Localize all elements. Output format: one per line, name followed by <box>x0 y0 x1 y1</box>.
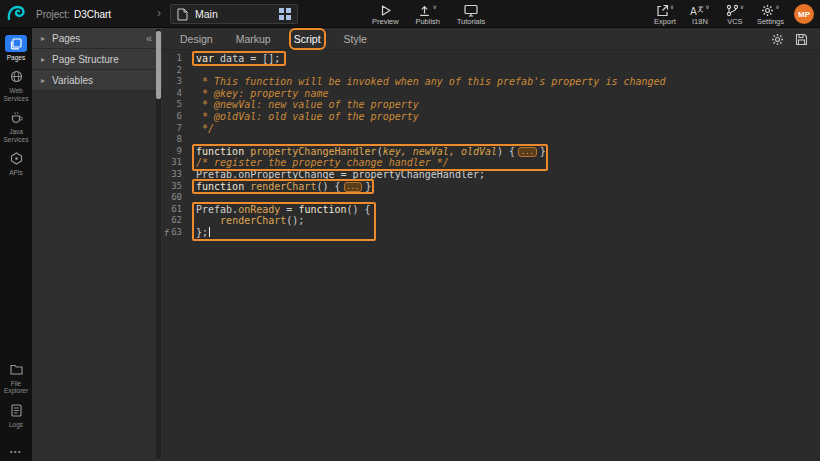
tab-design[interactable]: Design <box>180 33 213 45</box>
panel-item-variables[interactable]: ▸Variables <box>32 70 162 91</box>
line-number: 1 <box>162 53 188 65</box>
code-line[interactable]: 60 <box>162 192 820 204</box>
left-icon-rail: PagesWeb ServicesJava ServicesAPIs File … <box>0 28 32 461</box>
code-line[interactable]: 35function renderChart() {...} <box>162 181 820 193</box>
code-line[interactable]: 2 <box>162 65 820 77</box>
code-line[interactable]: 9function propertyChangeHandler(key, new… <box>162 146 820 158</box>
panel-scrollbar-thumb[interactable] <box>156 31 161 99</box>
gutter-fold-mark[interactable]: f <box>164 228 169 240</box>
code-line-content: renderChart(); <box>196 215 304 227</box>
line-number: 33 <box>162 169 188 181</box>
project-name: D3Chart <box>74 9 111 20</box>
editor-settings-gear-icon[interactable] <box>771 33 784 46</box>
tab-style[interactable]: Style <box>344 33 367 45</box>
chevron-expand-icon[interactable]: ▸ <box>41 34 45 43</box>
tab-script[interactable]: Script <box>294 33 321 45</box>
pages-icon <box>5 35 27 52</box>
line-number: 2 <box>162 65 188 77</box>
wavemaker-logo-icon[interactable] <box>6 4 26 24</box>
rail-item-file-explorer[interactable]: File Explorer <box>0 361 32 395</box>
grid-icon[interactable] <box>279 8 291 20</box>
line-number: 63f <box>162 227 188 239</box>
topbar-action-publish[interactable]: ∨Publish <box>415 3 441 26</box>
chevron-right-icon: › <box>157 6 161 20</box>
rail-item-web-services[interactable]: Web Services <box>0 68 32 102</box>
rail-item-pages[interactable]: Pages <box>0 35 32 61</box>
editor-tab-actions <box>771 28 808 50</box>
logs-icon <box>5 402 27 419</box>
editor-tabbar: DesignMarkupScriptStyle <box>162 28 820 50</box>
topbar-action-vcs[interactable]: ∨VCS <box>722 3 748 26</box>
code-line-content: Prefab.onReady = function() { <box>196 204 371 216</box>
topbar-action-preview[interactable]: Preview <box>372 3 399 26</box>
code-line[interactable]: 7 */ <box>162 123 820 135</box>
code-line[interactable]: 31/* register the property change handle… <box>162 157 820 169</box>
line-number: 4 <box>162 88 188 100</box>
code-line[interactable]: 3 * This function will be invoked when a… <box>162 76 820 88</box>
folded-code-badge[interactable]: ... <box>518 147 537 157</box>
breadcrumb: Project: D3Chart <box>36 0 111 28</box>
chevron-expand-icon[interactable]: ▸ <box>41 55 45 64</box>
rail-item-java-services[interactable]: Java Services <box>0 109 32 143</box>
panel-item-list: ▸Pages▸Page Structure▸Variables <box>32 28 162 91</box>
line-number: 3 <box>162 76 188 88</box>
line-number: 35 <box>162 181 188 193</box>
rail-item-label: Web Services <box>1 87 31 102</box>
topbar-action-label: Settings <box>757 17 784 26</box>
topbar-action-export[interactable]: ∨Export <box>652 3 678 26</box>
svg-text:A: A <box>690 5 697 16</box>
code-line[interactable]: 33Prefab.onPropertyChange = propertyChan… <box>162 169 820 181</box>
chevron-expand-icon[interactable]: ▸ <box>41 76 45 85</box>
line-number: 8 <box>162 134 188 146</box>
rail-item-label: File Explorer <box>1 380 31 395</box>
topbar-action-i18n[interactable]: A∨I18N <box>687 3 713 26</box>
tab-markup[interactable]: Markup <box>236 33 271 45</box>
topbar-action-label: VCS <box>727 17 742 26</box>
code-line-content: var data = []; <box>196 53 280 65</box>
project-label: Project: <box>36 9 70 20</box>
panel-item-pages[interactable]: ▸Pages <box>32 28 162 49</box>
rail-item-logs[interactable]: Logs <box>0 402 32 428</box>
code-line[interactable]: 61Prefab.onReady = function() { <box>162 204 820 216</box>
code-line[interactable]: 63f}; <box>162 227 820 239</box>
code-line-content: * This function will be invoked when any… <box>196 76 666 88</box>
save-icon[interactable] <box>795 33 808 46</box>
api-hexagon-icon <box>5 150 27 167</box>
rail-top-group: PagesWeb ServicesJava ServicesAPIs <box>0 35 32 184</box>
page-selector[interactable]: Main <box>170 4 298 24</box>
code-line[interactable]: 8 <box>162 134 820 146</box>
code-line-content: /* register the property change handler … <box>196 157 449 169</box>
rail-item-label: APIs <box>9 169 23 176</box>
code-line[interactable]: 6 * @oldVal: old value of the property <box>162 111 820 123</box>
topbar-center-actions: Preview∨PublishTutorials <box>372 0 485 28</box>
collapse-panel-button[interactable]: « <box>146 32 152 44</box>
line-number: 7 <box>162 123 188 135</box>
code-editor[interactable]: 1var data = [];23 * This function will b… <box>162 50 820 461</box>
code-line[interactable]: 4 * @key: property name <box>162 88 820 100</box>
topbar-right-actions: ∨ExportA∨I18N∨VCS∨Settings <box>652 0 784 28</box>
java-cup-icon <box>5 109 27 126</box>
more-options-icon[interactable]: ••• <box>0 448 32 455</box>
code-line[interactable]: 5 * @newVal: new value of the property <box>162 99 820 111</box>
panel-item-page-structure[interactable]: ▸Page Structure <box>32 49 162 70</box>
code-line-content: */ <box>196 123 214 135</box>
avatar[interactable]: MP <box>794 4 814 24</box>
folded-code-badge[interactable]: ... <box>344 182 363 192</box>
caret-down-icon: ∨ <box>740 4 744 10</box>
line-number: 60 <box>162 192 188 204</box>
caret-down-icon: ∨ <box>670 4 674 10</box>
page-icon <box>177 8 188 21</box>
text-cursor <box>209 227 210 237</box>
code-line[interactable]: 62 renderChart(); <box>162 215 820 227</box>
panel-item-label: Page Structure <box>52 54 119 65</box>
rail-item-apis[interactable]: APIs <box>0 150 32 176</box>
topbar-action-label: Publish <box>415 17 440 26</box>
topbar-action-settings[interactable]: ∨Settings <box>757 3 784 26</box>
topbar-action-tutorials[interactable]: Tutorials <box>457 3 485 26</box>
caret-down-icon: ∨ <box>432 4 436 10</box>
code-line-content: function renderChart() {...} <box>196 181 371 193</box>
code-line[interactable]: 1var data = []; <box>162 53 820 65</box>
editor-tabs: DesignMarkupScriptStyle <box>180 33 367 45</box>
editor-area: DesignMarkupScriptStyle 1var data = [];2… <box>162 28 820 461</box>
panel-scrollbar[interactable] <box>156 29 161 459</box>
